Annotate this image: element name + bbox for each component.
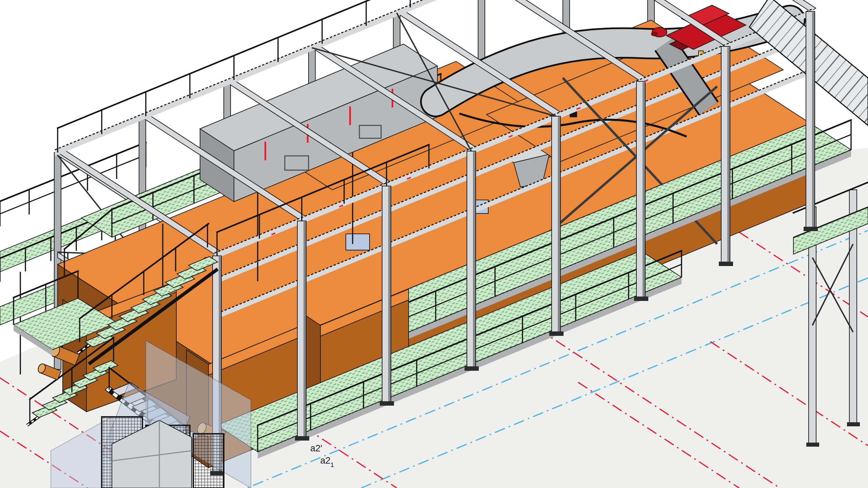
svg-text:a2′: a2′ [310, 443, 322, 453]
wire-mesh-fence [193, 434, 224, 488]
model-scene: a2′ a21 [0, 0, 868, 488]
cad-3d-viewport[interactable]: a2′ a21 [0, 0, 868, 488]
